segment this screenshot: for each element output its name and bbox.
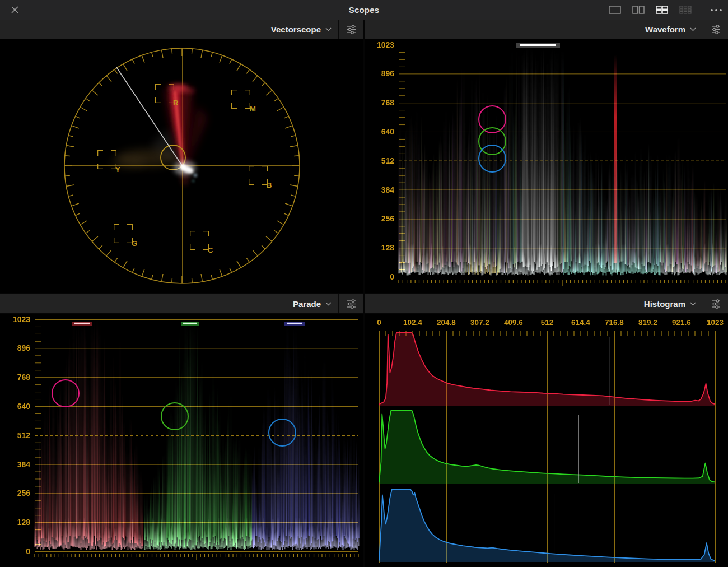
panel-horizontal-divider [0,293,728,294]
parade-header: Parade [0,294,363,314]
options-menu-button[interactable] [704,0,728,20]
vectorscope-settings-button[interactable] [339,20,363,39]
axis-tick-label: 256 [1,488,30,498]
chevron-down-icon [690,302,696,306]
waveform-selector[interactable]: Waveform [638,20,703,39]
target-box-C [190,231,209,250]
target-label-c: C [208,246,213,254]
axis-tick-label: 384 [1,459,30,470]
blue-annotation-circle [478,145,506,173]
grid-view-button[interactable] [674,0,697,20]
vectorscope-graticule: R M Y B G C [0,39,363,293]
histogram-canvas [364,314,728,567]
parade-trace-canvas [0,314,363,567]
target-box-M [231,90,250,109]
axis-tick-label: 1023 [365,40,394,50]
settings-sliders-icon [711,299,721,309]
quad-view-icon [656,6,668,14]
waveform-panel: 10238967686405123842561280 [364,39,728,293]
axis-tick-label: 896 [365,68,394,78]
histogram-panel: 0102.4204.8307.2409.6512614.4716.8819.29… [364,314,728,567]
axis-tick-label: 768 [1,372,30,382]
vectorscope-selector[interactable]: Vectorscope [264,20,338,39]
blue-annotation-circle [268,419,296,447]
view-layout-controls [603,0,728,20]
grid-view-icon [679,6,692,14]
waveform-header: Waveform [365,20,728,39]
waveform-settings-button[interactable] [703,20,728,39]
quad-view-button[interactable] [650,0,674,20]
axis-tick-label: 1023 [1,314,30,324]
settings-sliders-icon [346,24,357,35]
axis-tick-label: 384 [365,185,394,195]
histogram-selector[interactable]: Histogram [637,294,703,313]
parade-title: Parade [293,299,321,309]
single-view-button[interactable] [603,0,627,20]
dual-view-button[interactable] [627,0,650,20]
axis-tick-label: 896 [1,343,30,353]
parade-settings-button[interactable] [339,294,363,313]
settings-sliders-icon [711,24,721,35]
axis-tick-label: 0 [1,546,30,556]
close-button[interactable] [0,0,29,20]
dual-view-icon [632,6,645,14]
target-box-G [114,224,133,243]
single-view-icon [609,6,621,14]
axis-tick-label: 256 [365,213,394,224]
axis-tick-label: 512 [365,156,394,166]
axis-tick-label: 128 [1,517,30,527]
histogram-header: Histogram [365,294,728,314]
target-label-r: R [173,99,179,107]
parade-selector[interactable]: Parade [286,294,338,313]
waveform-trace-canvas [364,39,728,293]
axis-tick-label: 128 [365,243,394,253]
target-label-m: M [250,105,256,113]
target-box-B [249,166,268,185]
parade-panel: 10238967686405123842561280 [0,314,363,567]
chevron-down-icon [690,27,696,31]
waveform-title: Waveform [645,25,685,34]
ellipsis-icon [710,8,722,12]
target-label-g: G [132,239,137,248]
histogram-settings-button[interactable] [703,294,728,313]
histogram-xtick-label: 1023 [695,318,728,327]
settings-sliders-icon [346,299,357,309]
histogram-title: Histogram [644,299,685,309]
vectorscope-panel: R M Y B G C [0,39,363,293]
axis-tick-label: 640 [365,127,394,137]
pink-annotation-circle [52,379,80,407]
axis-tick-label: 640 [1,401,30,411]
vectorscope-title: Vectorscope [271,25,321,34]
target-label-b: B [267,181,272,189]
title-bar: Scopes [0,0,728,20]
target-label-y: Y [115,165,120,174]
vectorscope-header: Vectorscope [0,20,363,39]
titlebar-separator [701,4,701,16]
chevron-down-icon [325,27,332,31]
close-icon [11,6,18,13]
axis-tick-label: 0 [365,272,394,282]
chevron-down-icon [325,302,332,306]
axis-tick-label: 512 [1,430,30,440]
axis-tick-label: 768 [365,97,394,108]
